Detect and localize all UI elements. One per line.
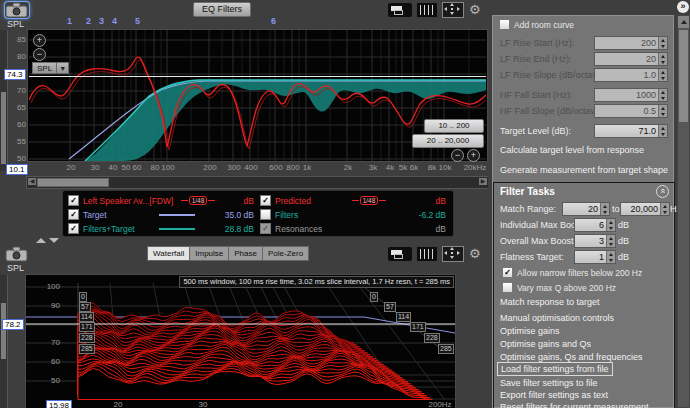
legend-value-target: 35.0 dB (210, 210, 254, 220)
panel-scrollbar[interactable] (677, 15, 690, 408)
smoothing-badge: 1/48 (340, 196, 398, 205)
gear-icon[interactable]: ⚙ (469, 3, 481, 17)
manual-optimisation-button[interactable]: Manual optimisation controls (500, 313, 614, 323)
collapse-panel-icon[interactable]: « (656, 185, 669, 198)
optimise-gains-button[interactable]: Optimise gains (500, 326, 560, 336)
match-response-button[interactable]: Match response to target (500, 297, 600, 307)
eq-y-tick: 60 (6, 120, 26, 129)
legend-label-resonances[interactable]: Resonances (275, 224, 322, 234)
allow-narrow-filters-label[interactable]: Allow narrow filters below 200 Hz (517, 268, 642, 278)
legend-checkbox-target[interactable]: ✓ (68, 209, 79, 220)
tab-phase[interactable]: Phase (229, 246, 263, 261)
panel-scrollbar-thumb[interactable] (679, 30, 688, 122)
add-room-curve-checkbox[interactable] (499, 19, 510, 30)
save-filter-settings-button[interactable]: Save filter settings to file (500, 378, 598, 388)
waterfall-x-tick: 200Hz (426, 400, 454, 408)
target-level-field[interactable]: 71.0 (594, 124, 668, 138)
vary-max-q-label[interactable]: Vary max Q above 200 Hz (517, 283, 616, 293)
target-level-label: Target Level (dB): (500, 126, 571, 136)
overall-max-boost-label: Overall Max Boost: (500, 236, 576, 246)
waterfall-y-tick: 60 (38, 357, 60, 366)
spinner (606, 251, 615, 263)
legend-checkbox-resonances[interactable]: ✓ (260, 223, 271, 234)
spinner (658, 53, 667, 65)
match-range-to-field[interactable]: 20,000 (620, 202, 670, 216)
legend-checkbox-predicted[interactable]: ✓ (260, 195, 271, 206)
optimise-gains-qs-freq-button[interactable]: Optimise gains, Qs and frequencies (500, 352, 643, 362)
tab-waterfall[interactable]: Waterfall (147, 246, 190, 261)
eq-y-tick: 85 (6, 35, 26, 44)
pan-icon[interactable] (442, 2, 464, 18)
legend-label-target[interactable]: Target (83, 210, 107, 220)
frequency-bands-icon[interactable] (417, 247, 437, 261)
legend-checkbox-filters-target[interactable]: ✓ (68, 223, 79, 234)
legend-label-filters[interactable]: Filters (275, 210, 298, 220)
legend-checkbox-filters[interactable] (260, 209, 271, 220)
spl-axis-dropdown[interactable]: SPL▼ (32, 62, 69, 74)
lf-rise-start-field[interactable]: 200 (594, 36, 668, 50)
time-slice-label-left: 228 (79, 333, 95, 343)
legend-row-resonances: ✓ Resonances dB (260, 222, 446, 235)
x-range-button-full[interactable]: 20 .. 20,000 (412, 134, 484, 148)
add-room-curve-row: Add room curve (499, 18, 669, 31)
flatness-target-field[interactable]: 1 (574, 250, 616, 264)
collapse-down-icon[interactable] (49, 238, 59, 243)
zoom-in-x-button[interactable]: + (467, 149, 480, 162)
collapse-up-icon[interactable] (36, 238, 46, 243)
graph-limits-icon[interactable] (388, 3, 412, 17)
vary-max-q-row: Vary max Q above 200 Hz (502, 281, 672, 294)
hf-fall-slope-field[interactable]: 0.5 (594, 104, 668, 118)
waterfall-info-text: 500 ms window, 100 ms rise time, 3.02 ms… (179, 276, 454, 288)
scroll-up-arrow[interactable] (678, 16, 689, 29)
calculate-target-level-button[interactable]: Calculate target level from response (500, 145, 644, 155)
overall-max-boost-field[interactable]: 3 (574, 234, 616, 248)
lf-rise-end-field[interactable]: 20 (594, 52, 668, 66)
generate-measurement-button[interactable]: Generate measurement from target shape (500, 165, 668, 175)
zoom-in-button[interactable]: + (33, 34, 46, 47)
eq-plot-area[interactable]: + − SPL▼ 10 .. 200 20 .. 20,000 − + (28, 30, 487, 161)
allow-narrow-filters-checkbox[interactable]: ✓ (502, 267, 513, 278)
pan-icon[interactable] (442, 246, 464, 262)
reset-filters-button[interactable]: Reset filters for current measurement (500, 402, 649, 408)
eq-h-scrollbar[interactable]: ◀ ▶ (26, 176, 489, 189)
match-range-from-field[interactable]: 20 (562, 202, 610, 216)
eq-left-scrollbar[interactable] (0, 30, 8, 171)
optimise-gains-qs-button[interactable]: Optimise gains and Qs (500, 339, 591, 349)
individual-max-boost-field[interactable]: 6 (574, 218, 616, 232)
frequency-bands-icon[interactable] (417, 3, 437, 17)
tab-pole-zero[interactable]: Pole-Zero (263, 246, 309, 261)
tab-impulse[interactable]: Impulse (190, 246, 229, 261)
legend-checkbox-measured[interactable]: ✓ (68, 195, 79, 206)
vary-max-q-checkbox[interactable] (502, 282, 513, 293)
gear-icon[interactable]: ⚙ (469, 247, 481, 261)
graph-limits-icon[interactable] (388, 247, 412, 261)
x-range-button-bass[interactable]: 10 .. 200 (424, 119, 484, 133)
load-filter-settings-button[interactable]: Load filter settings from file (497, 362, 613, 376)
lf-rise-slope-field[interactable]: 1.0 (594, 68, 668, 82)
time-slice-label-left: 171 (79, 322, 95, 332)
lf-rise-slope-label: LF Rise Slope (dB/octave): (500, 70, 608, 80)
capture-camera-button[interactable] (5, 2, 29, 18)
panel-expand-button[interactable]: » (677, 1, 689, 13)
eq-x-tick: 2k (334, 163, 362, 172)
zoom-out-button[interactable]: − (33, 48, 46, 61)
eq-side-panel: » Add room curve LF Rise Start (Hz): 200… (488, 0, 690, 408)
zoom-out-x-button[interactable]: − (451, 149, 464, 162)
eq-y-tick: 50 (6, 154, 26, 163)
scroll-left-arrow[interactable]: ◀ (28, 178, 36, 185)
unit-label: dB (618, 236, 629, 246)
eq-filters-title-button[interactable]: EQ Filters (193, 2, 251, 17)
legend-value-predicted: dB (402, 196, 446, 206)
export-filter-settings-button[interactable]: Export filter settings as text (500, 390, 608, 400)
waterfall-left-scrollbar[interactable] (0, 275, 8, 408)
filter-number-marker: 5 (135, 16, 140, 26)
eq-h-scrollbar-thumb[interactable] (37, 178, 109, 187)
scroll-right-arrow[interactable]: ▶ (479, 178, 487, 185)
add-room-curve-label[interactable]: Add room curve (514, 20, 574, 30)
legend-label-filters-target[interactable]: Filters+Target (83, 224, 135, 234)
capture-camera-button-waterfall[interactable] (5, 246, 29, 262)
legend-label-predicted[interactable]: Predicted (275, 196, 311, 206)
hf-fall-start-field[interactable]: 1000 (594, 88, 668, 102)
legend-label-measured[interactable]: Left Speaker Av...[FDW] (83, 196, 173, 206)
legend-row-filters: Filters -6.2 dB (260, 208, 446, 221)
